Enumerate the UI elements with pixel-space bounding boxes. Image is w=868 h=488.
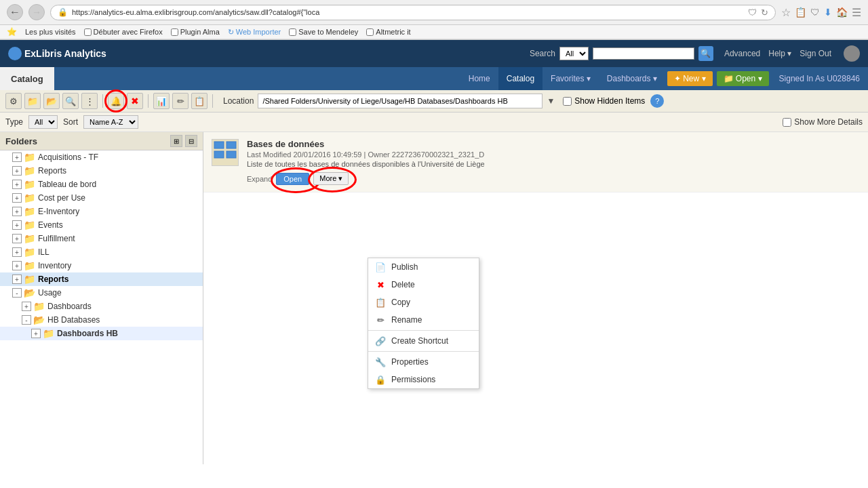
nav-catalog[interactable]: Catalog xyxy=(498,67,542,90)
context-menu-create-shortcut[interactable]: 🔗 Create Shortcut xyxy=(368,332,479,350)
context-menu-permissions[interactable]: 🔒 Permissions xyxy=(368,371,479,388)
download-icon[interactable]: ⬇ xyxy=(824,7,832,18)
context-menu-publish[interactable]: 📄 Publish xyxy=(368,258,479,276)
tree-expand-reports-2[interactable]: + xyxy=(12,274,22,284)
toolbar-btn-2[interactable]: 📁 xyxy=(24,93,41,109)
bookmark-checkbox-1[interactable] xyxy=(84,28,92,36)
type-select[interactable]: All xyxy=(28,115,58,129)
content-item-icon xyxy=(212,139,239,166)
context-menu-properties[interactable]: 🔧 Properties xyxy=(368,353,479,371)
expand-link[interactable]: Expand xyxy=(247,175,272,183)
tree-expand-usage[interactable]: - xyxy=(12,288,22,298)
refresh-icon[interactable]: ↻ xyxy=(761,7,768,18)
search-go-button[interactable]: 🔍 xyxy=(698,46,713,61)
svg-rect-2 xyxy=(214,151,224,158)
tree-item-inventory[interactable]: + 📁 Inventory xyxy=(0,259,203,272)
tree-item-hb-databases[interactable]: - 📂 HB Databases xyxy=(0,313,203,327)
show-hidden-checkbox[interactable] xyxy=(563,97,572,106)
location-dropdown-icon[interactable]: ▼ xyxy=(547,96,555,106)
tree-item-dashboards-hb[interactable]: + 📁 Dashboards HB xyxy=(0,327,203,340)
sort-select[interactable]: Name A-Z xyxy=(83,115,138,129)
svg-rect-1 xyxy=(226,142,236,148)
tree-item-dashboards[interactable]: + 📁 Dashboards xyxy=(0,300,203,313)
tree-expand-e-inventory[interactable]: + xyxy=(12,207,22,216)
delete-icon: ✖ xyxy=(375,279,386,290)
reading-list-icon[interactable]: 📋 xyxy=(795,7,806,18)
more-button[interactable]: More ▾ xyxy=(313,172,349,185)
location-input[interactable] xyxy=(258,94,542,108)
toolbar-btn-4[interactable]: 🔍 xyxy=(62,93,79,109)
context-menu-delete[interactable]: ✖ Delete xyxy=(368,276,479,293)
bookmark-star-icon[interactable]: ☆ xyxy=(781,6,791,19)
properties-label: Properties xyxy=(391,357,429,367)
tree-expand-hb-databases[interactable]: - xyxy=(22,315,31,325)
shield-browser-icon[interactable]: 🛡 xyxy=(810,7,820,18)
bookmark-debuter-firefox[interactable]: Débuter avec Firefox xyxy=(84,28,163,36)
search-scope-select[interactable]: All xyxy=(559,47,589,60)
toolbar-btn-1[interactable]: ⚙ xyxy=(5,93,22,109)
context-menu-rename[interactable]: ✏ Rename xyxy=(368,311,479,329)
tree-expand-reports-1[interactable]: + xyxy=(12,166,22,176)
sidebar-collapse-icon[interactable]: ⊟ xyxy=(185,135,197,147)
context-menu-copy[interactable]: 📋 Copy xyxy=(368,293,479,311)
tree-expand-cost-per-use[interactable]: + xyxy=(12,193,22,203)
show-more-details-label[interactable]: Show More Details xyxy=(783,117,863,127)
show-more-details-checkbox[interactable] xyxy=(783,118,791,127)
tree-item-usage[interactable]: - 📂 Usage xyxy=(0,286,203,300)
bookmark-save-mendeley[interactable]: Save to Mendeley xyxy=(289,28,358,36)
help-link[interactable]: Help ▾ xyxy=(768,49,791,58)
bookmark-altmetric[interactable]: Altmetric it xyxy=(366,28,410,36)
bookmark-web-importer[interactable]: ↻ Web Importer xyxy=(228,28,281,37)
tree-expand-acquisitions-tf[interactable]: + xyxy=(12,152,22,162)
tree-label-hb-databases: HB Databases xyxy=(47,315,100,325)
tree-item-tableau-de-bord[interactable]: + 📁 Tableau de bord xyxy=(0,178,203,191)
open-button[interactable]: 📁 Open ▾ xyxy=(717,71,769,86)
tree-item-e-inventory[interactable]: + 📁 E-Inventory xyxy=(0,205,203,218)
toolbar-btn-5[interactable]: ⋮ xyxy=(81,93,98,109)
tree-expand-fulfillment[interactable]: + xyxy=(12,234,22,243)
toolbar-btn-7[interactable]: ✏ xyxy=(172,93,189,109)
tree-item-reports-1[interactable]: + 📁 Reports xyxy=(0,164,203,178)
tree-item-fulfillment[interactable]: + 📁 Fulfillment xyxy=(0,232,203,245)
menu-icon[interactable]: ☰ xyxy=(852,6,861,19)
bookmark-plugin-alma[interactable]: Plugin Alma xyxy=(171,28,220,36)
open-button-content[interactable]: Open xyxy=(276,173,309,185)
tree-expand-tableau-de-bord[interactable]: + xyxy=(12,180,22,189)
tree-expand-dashboards[interactable]: + xyxy=(22,302,31,311)
toolbar-btn-x[interactable]: ✖ xyxy=(127,93,143,109)
nav-dashboards[interactable]: Dashboards ▾ xyxy=(599,67,665,90)
nav-favorites[interactable]: Favorites ▾ xyxy=(542,67,599,90)
advanced-link[interactable]: Advanced xyxy=(724,49,760,58)
tree-item-ill[interactable]: + 📁 ILL xyxy=(0,245,203,259)
tree-expand-events[interactable]: + xyxy=(12,220,22,230)
toolbar-btn-8[interactable]: 📋 xyxy=(191,93,208,109)
toolbar-btn-annotated[interactable]: 🔔 xyxy=(108,93,124,109)
catalog-tab[interactable]: Catalog xyxy=(0,67,54,90)
back-button[interactable]: ← xyxy=(7,4,23,20)
bookmark-checkbox-2[interactable] xyxy=(171,28,178,36)
tree-item-events[interactable]: + 📁 Events xyxy=(0,218,203,232)
forward-button[interactable]: → xyxy=(28,4,45,20)
nav-home[interactable]: Home xyxy=(460,67,498,90)
bookmark-les-plus-visites[interactable]: Les plus visités xyxy=(25,28,76,36)
tree-expand-inventory[interactable]: + xyxy=(12,261,22,270)
tree-item-reports-2[interactable]: + 📁 Reports xyxy=(0,272,203,286)
sign-out-link[interactable]: Sign Out xyxy=(800,49,831,58)
bookmark-checkbox-5[interactable] xyxy=(366,28,374,36)
folder-icon-dashboards: 📁 xyxy=(33,301,45,312)
toolbar-btn-6[interactable]: 📊 xyxy=(153,93,170,109)
tree-expand-ill[interactable]: + xyxy=(12,247,22,257)
sidebar-expand-icon[interactable]: ⊞ xyxy=(170,135,182,147)
toolbar-btn-3[interactable]: 📂 xyxy=(43,93,60,109)
tree-item-acquisitions-tf[interactable]: + 📁 Acquisitions - TF xyxy=(0,150,203,164)
tree-item-cost-per-use[interactable]: + 📁 Cost per Use xyxy=(0,191,203,205)
bookmark-checkbox-4[interactable] xyxy=(289,28,296,36)
home-icon[interactable]: 🏠 xyxy=(836,7,848,18)
help-button[interactable]: ? xyxy=(650,94,664,108)
new-button[interactable]: ✦ New ▾ xyxy=(667,71,713,86)
show-hidden-label[interactable]: Show Hidden Items xyxy=(563,96,645,106)
search-input[interactable] xyxy=(593,47,694,60)
tree-expand-dashboards-hb[interactable]: + xyxy=(31,329,41,338)
dashboard-grid-icon xyxy=(213,140,237,165)
address-bar[interactable]: 🔒 https://analytics-eu.alma.exlibrisgrou… xyxy=(50,5,776,20)
